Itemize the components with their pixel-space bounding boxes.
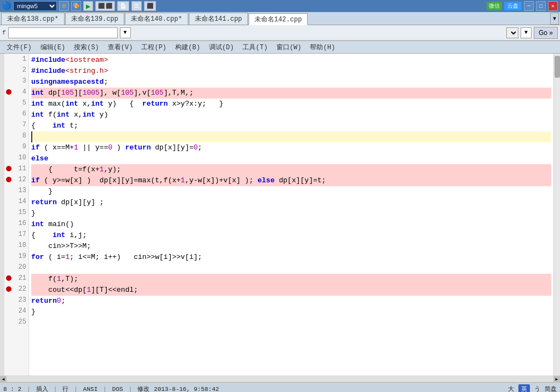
compiler-icon-1[interactable]: ⊞ — [59, 1, 69, 11]
gutter-row-2: 2 — [4, 65, 28, 76]
code-editor[interactable]: #include <iostream>#include <string.h>us… — [29, 54, 553, 376]
menu-item-7[interactable]: 工具(T) — [238, 41, 272, 54]
cloud-button[interactable]: 云盘 — [504, 2, 522, 10]
line-ending: DOS — [112, 386, 123, 393]
cursor-position: 8 : 2 — [3, 386, 21, 393]
menu-items: 文件(F)编辑(E)搜索(S)查看(V)工程(P)构建(B)调试(D)工具(T)… — [2, 41, 339, 54]
hscroll-track[interactable] — [7, 377, 553, 382]
menu-item-8[interactable]: 窗口(W) — [272, 41, 306, 54]
code-line-7: { int t; — [31, 120, 551, 131]
menu-item-1[interactable]: 编辑(E) — [36, 41, 70, 54]
line-number-1: 1 — [13, 55, 28, 63]
hscroll-right-arrow[interactable]: ▶ — [553, 376, 560, 383]
ime-button[interactable]: 英 — [518, 384, 530, 392]
menu-item-5[interactable]: 构建(B) — [171, 41, 205, 54]
menu-item-9[interactable]: 帮助(H) — [305, 41, 339, 54]
sep2: | — [54, 386, 57, 393]
line-number-12: 12 — [13, 176, 28, 183]
gutter-row-25: 25 — [4, 316, 28, 327]
code-line-25 — [31, 318, 551, 328]
code-line-6: int f(int x,int y) — [31, 109, 551, 120]
line-number-17: 17 — [13, 230, 28, 238]
code-line-5: int max(int x,int y) { return x>y?x:y; } — [31, 99, 551, 109]
line-number-5: 5 — [13, 99, 28, 107]
gutter-row-10: 10 — [4, 152, 28, 163]
sep1: | — [27, 386, 31, 393]
code-line-12: if ( y>=w[x] ) dp[x][y]=max(t,f(x+1,y-w[… — [31, 175, 551, 186]
code-line-1: #include <iostream> — [31, 55, 551, 66]
tab-0[interactable]: 未命名138.cpp* — [1, 13, 65, 25]
run-button[interactable]: ▶ — [83, 1, 93, 11]
modified-time: 2013-8-16, 9:58:42 — [154, 386, 219, 393]
menu-item-0[interactable]: 文件(F) — [2, 41, 36, 54]
breakpoint-22[interactable] — [4, 286, 13, 292]
toolbar-btn-2[interactable]: 📄 — [117, 1, 129, 11]
maximize-button[interactable]: □ — [536, 1, 546, 11]
line-number-4: 4 — [13, 88, 28, 96]
line-number-3: 3 — [13, 77, 28, 85]
toolbar-btn-3[interactable]: ☰ — [131, 1, 142, 11]
breakpoint-4[interactable] — [4, 89, 13, 95]
search-dropdown-right[interactable]: ▼ — [521, 27, 532, 38]
line-number-20: 20 — [13, 263, 28, 271]
scrollbar-thumb[interactable] — [555, 56, 560, 78]
menu-item-4[interactable]: 工程(P) — [137, 41, 171, 54]
tab-3[interactable]: 未命名141.cpp — [189, 13, 248, 25]
tab-1[interactable]: 未命名139.cpp — [65, 13, 124, 25]
toolbar-icons[interactable]: ⬛ ⬛ — [95, 1, 115, 11]
breakpoint-12[interactable] — [4, 177, 13, 182]
search-select-right[interactable] — [506, 27, 518, 38]
toolbar-btn-4[interactable]: ⬛ — [144, 1, 156, 11]
hscroll-left-arrow[interactable]: ◀ — [0, 376, 7, 383]
gutter-row-9: 9 — [4, 141, 28, 152]
horizontal-scrollbar[interactable]: ◀ ▶ — [0, 376, 560, 382]
menu-item-2[interactable]: 搜索(S) — [70, 41, 103, 54]
code-line-9: if ( x==M+1 || y==0 ) return dp[x][y]=0; — [31, 142, 551, 153]
wechat-icon[interactable]: 微信 — [487, 2, 502, 10]
line-number-13: 13 — [13, 187, 28, 194]
sep5: | — [129, 386, 132, 393]
compiler-dropdown[interactable]: mingw5 — [13, 1, 57, 11]
gutter-row-19: 19 — [4, 251, 28, 262]
gutter-row-20: 20 — [4, 262, 28, 273]
vertical-scrollbar[interactable] — [553, 54, 560, 376]
code-line-8 — [31, 131, 551, 142]
code-line-3: using namespace std; — [31, 77, 551, 88]
title-bar-left: 🔵 mingw5 ⊞ 🎨 ▶ ⬛ ⬛ 📄 ☰ ⬛ — [2, 1, 487, 11]
editor-area[interactable]: 1234567891011121314151617181920212223242… — [0, 54, 560, 376]
menu-item-3[interactable]: 查看(V) — [103, 41, 137, 54]
breakpoint-21[interactable] — [4, 275, 13, 281]
toolbar-icon-2: ⬛ — [106, 3, 112, 9]
gutter-row-16: 16 — [4, 218, 28, 229]
line-number-9: 9 — [13, 143, 28, 151]
go-button[interactable]: Go » — [534, 27, 558, 39]
ime-simplified: 简盘 — [545, 385, 557, 392]
line-number-24: 24 — [13, 307, 28, 315]
close-button[interactable]: ✕ — [548, 1, 558, 11]
gutter-row-23: 23 — [4, 295, 28, 305]
tab-4[interactable]: 未命名142.cpp — [249, 13, 308, 25]
line-number-8: 8 — [13, 132, 28, 140]
breakpoint-dot-4 — [6, 89, 11, 95]
status-bar: 8 : 2 | 插入 | 行 | ANSI | DOS | 修改 2013-8-… — [0, 382, 560, 392]
code-line-13: } — [31, 186, 551, 197]
code-line-15: } — [31, 208, 551, 219]
line-number-23: 23 — [13, 296, 28, 304]
compiler-icon-2[interactable]: 🎨 — [71, 1, 81, 11]
tab-scroll-arrow[interactable]: ▼ — [550, 13, 559, 25]
menu-item-6[interactable]: 调试(D) — [205, 41, 239, 54]
code-line-21: f(1,T); — [31, 274, 551, 285]
code-line-10: else — [31, 153, 551, 164]
menu-bar: 文件(F)编辑(E)搜索(S)查看(V)工程(P)构建(B)调试(D)工具(T)… — [0, 41, 560, 54]
gutter-lines: 1234567891011121314151617181920212223242… — [4, 54, 28, 327]
toolbar-icon-1: ⬛ — [98, 3, 105, 9]
tab-2[interactable]: 未命名140.cpp* — [125, 13, 188, 25]
breakpoint-11[interactable] — [4, 166, 13, 171]
sep4: | — [103, 386, 107, 393]
breakpoint-dot-22 — [6, 286, 11, 292]
insert-mode: 插入 — [36, 385, 48, 392]
minimize-button[interactable]: ─ — [524, 1, 534, 11]
search-input[interactable] — [8, 27, 118, 38]
code-line-14: return dp[x][y] ; — [31, 197, 551, 208]
search-dropdown[interactable]: ▼ — [120, 27, 131, 38]
